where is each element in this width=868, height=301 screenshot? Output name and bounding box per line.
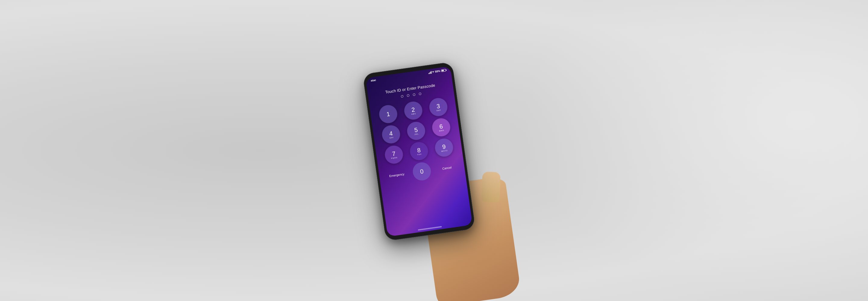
passcode-dot-2	[407, 94, 410, 97]
numpad-number-7: 7	[392, 150, 396, 157]
numpad-number-5: 5	[414, 127, 418, 133]
battery-fill	[441, 70, 444, 71]
home-indicator	[418, 226, 442, 231]
cancel-button[interactable]: Cancel	[434, 158, 460, 178]
numpad-button-1[interactable]: 1	[378, 104, 398, 124]
numpad-button-5[interactable]: 5 JKL	[406, 121, 427, 141]
lock-title: Touch ID or Enter Passcode	[385, 83, 435, 95]
numpad-button-2[interactable]: 2 ABC	[403, 101, 424, 121]
numpad-button-0[interactable]: 0	[412, 161, 432, 182]
numpad-number-0: 0	[420, 168, 424, 175]
passcode-dot-1	[401, 95, 404, 98]
numpad-button-8[interactable]: 8 TUV	[409, 141, 429, 161]
numpad-number-6: 6	[439, 123, 443, 129]
numpad-number-9: 9	[442, 143, 446, 149]
numpad-number-8: 8	[417, 147, 421, 153]
numpad-number-2: 2	[411, 106, 415, 112]
battery-percent: 58%	[435, 70, 440, 73]
numpad-button-7[interactable]: 7 PQRS	[384, 144, 404, 165]
numpad-number-1: 1	[386, 111, 390, 117]
numpad-number-4: 4	[389, 130, 393, 136]
signal-bar-1	[428, 73, 429, 74]
numpad-button-4[interactable]: 4 GHI	[381, 124, 401, 145]
numpad-button-6[interactable]: 6 MNO	[431, 117, 452, 138]
numpad-letters-3: DEF	[436, 109, 441, 111]
passcode-dot-4	[418, 92, 421, 95]
numpad-letters-8: TUV	[417, 153, 422, 155]
passcode-dot-3	[412, 93, 415, 96]
numpad-letters-4: GHI	[390, 136, 394, 139]
carrier-text: atac	[370, 78, 376, 82]
battery-icon	[441, 69, 446, 72]
background-right-highlight	[521, 0, 868, 301]
emergency-button[interactable]: Emergency	[384, 164, 410, 186]
numpad-button-3[interactable]: 3 DEF	[428, 97, 449, 118]
numpad-number-3: 3	[436, 103, 440, 109]
signal-bar-4	[431, 71, 432, 73]
phone-screen: atac ▾ 58% Touch ID or	[366, 66, 472, 237]
lock-screen-content: Touch ID or Enter Passcode 1 2 ABC	[366, 72, 465, 186]
signal-bars	[428, 71, 432, 74]
numpad-letters-2: ABC	[411, 112, 416, 115]
numpad-letters-6: MNO	[439, 129, 444, 132]
numpad-letters-9: WXYZ	[441, 149, 448, 152]
numpad-letters-7: PQRS	[391, 157, 398, 159]
numpad-button-9[interactable]: 9 WXYZ	[434, 138, 454, 158]
wifi-icon: ▾	[432, 70, 434, 74]
numpad-letters-5: JKL	[414, 133, 419, 135]
passcode-dots-row	[401, 92, 421, 98]
